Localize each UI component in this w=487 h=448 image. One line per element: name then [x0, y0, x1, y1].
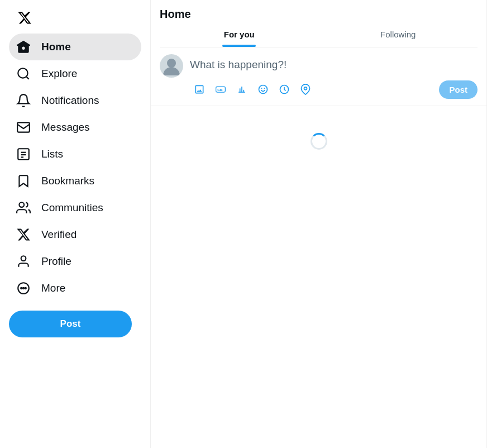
- main-content: Home For you Following What is happening…: [151, 0, 487, 448]
- sidebar-item-notifications[interactable]: Notifications: [9, 87, 141, 114]
- svg-rect-1: [17, 122, 30, 132]
- sidebar: Home Explore Notifications: [0, 0, 151, 448]
- x-logo[interactable]: [16, 9, 34, 27]
- home-icon: [16, 39, 31, 55]
- sidebar-post-button[interactable]: Post: [9, 311, 132, 337]
- sidebar-item-explore[interactable]: Explore: [9, 60, 141, 87]
- sidebar-item-home[interactable]: Home: [9, 34, 141, 60]
- sidebar-item-notifications-label: Notifications: [41, 94, 99, 107]
- communities-icon: [16, 200, 31, 216]
- svg-point-7: [21, 256, 26, 261]
- sidebar-item-messages[interactable]: Messages: [9, 114, 141, 141]
- svg-point-9: [21, 288, 22, 289]
- compose-right: What is happening?! GIF: [190, 54, 478, 99]
- envelope-icon: [16, 120, 31, 135]
- page-title: Home: [160, 8, 191, 20]
- sidebar-item-verified-label: Verified: [41, 228, 77, 241]
- compose-area: What is happening?! GIF: [151, 47, 486, 106]
- image-icon[interactable]: [190, 80, 209, 99]
- main-header: Home For you Following: [151, 0, 486, 47]
- svg-point-19: [259, 85, 268, 94]
- svg-point-23: [304, 87, 307, 90]
- tab-for-you[interactable]: For you: [160, 22, 319, 47]
- loading-area: [151, 106, 486, 177]
- svg-point-10: [23, 288, 24, 289]
- sidebar-item-home-label: Home: [41, 41, 71, 53]
- logo-area: [9, 4, 141, 31]
- verified-icon: [16, 227, 31, 242]
- location-icon[interactable]: [296, 80, 315, 99]
- svg-text:GIF: GIF: [217, 88, 223, 92]
- gif-icon[interactable]: GIF: [211, 80, 230, 99]
- list-icon: [16, 146, 31, 162]
- sidebar-nav: Home Explore Notifications: [9, 34, 141, 302]
- tab-following[interactable]: Following: [319, 22, 478, 47]
- search-icon: [16, 66, 31, 82]
- sidebar-item-more[interactable]: More: [9, 275, 141, 302]
- svg-point-0: [18, 68, 27, 78]
- svg-point-12: [167, 59, 176, 68]
- sidebar-item-verified[interactable]: Verified: [9, 221, 141, 248]
- tabs-container: For you Following: [160, 22, 478, 47]
- svg-point-11: [25, 288, 26, 289]
- dots-circle-icon: [16, 280, 31, 296]
- sidebar-item-bookmarks-label: Bookmarks: [41, 175, 94, 187]
- bell-icon: [16, 93, 31, 108]
- person-icon: [16, 254, 31, 269]
- sidebar-item-more-label: More: [41, 282, 65, 294]
- sidebar-item-communities[interactable]: Communities: [9, 194, 141, 221]
- compose-toolbar: GIF: [190, 80, 478, 99]
- bookmark-icon: [16, 173, 31, 189]
- schedule-icon[interactable]: [275, 80, 294, 99]
- sidebar-item-profile-label: Profile: [41, 255, 71, 268]
- poll-icon[interactable]: [232, 80, 251, 99]
- svg-point-6: [19, 202, 24, 207]
- compose-post-button[interactable]: Post: [439, 80, 478, 99]
- compose-input[interactable]: What is happening?!: [190, 54, 478, 75]
- sidebar-item-lists[interactable]: Lists: [9, 141, 141, 168]
- sidebar-item-profile[interactable]: Profile: [9, 248, 141, 275]
- sidebar-item-communities-label: Communities: [41, 202, 103, 214]
- sidebar-item-bookmarks[interactable]: Bookmarks: [9, 168, 141, 194]
- loading-spinner: [311, 133, 327, 150]
- sidebar-item-explore-label: Explore: [41, 68, 77, 80]
- sidebar-item-messages-label: Messages: [41, 121, 90, 134]
- sidebar-item-lists-label: Lists: [41, 148, 63, 160]
- user-avatar: [160, 54, 183, 78]
- emoji-icon[interactable]: [254, 80, 273, 99]
